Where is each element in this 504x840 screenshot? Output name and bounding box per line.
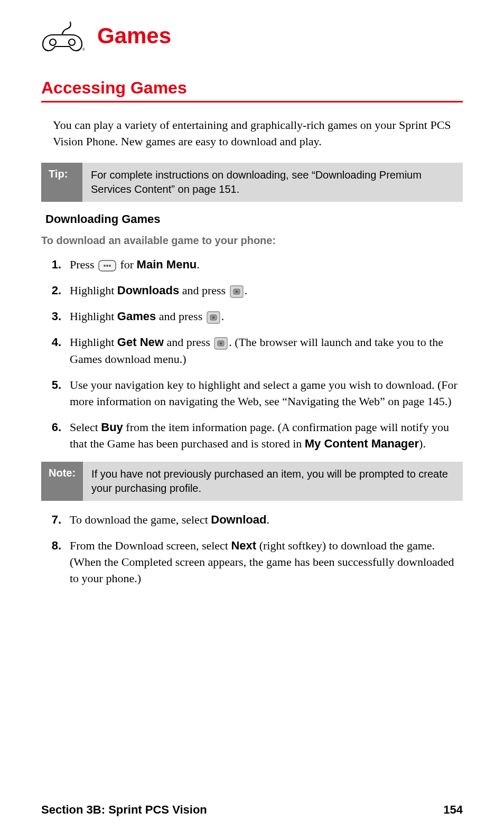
ok-key-icon — [230, 285, 244, 298]
step-body: To download the game, select Download. — [70, 511, 463, 528]
svg-point-9 — [235, 291, 237, 293]
svg-point-6 — [109, 265, 111, 267]
menu-key-icon — [98, 260, 116, 272]
step-body: Highlight Downloads and press . — [70, 282, 463, 298]
page-header: ® Games — [41, 20, 463, 52]
intro-paragraph: You can play a variety of entertaining a… — [53, 117, 463, 150]
step-number: 4. — [41, 334, 70, 367]
svg-point-0 — [50, 39, 56, 45]
step-number: 8. — [41, 537, 70, 587]
svg-point-5 — [106, 265, 108, 267]
page-footer: Section 3B: Sprint PCS Vision 154 — [41, 803, 463, 817]
step-body: Select Buy from the item information pag… — [70, 419, 463, 452]
svg-point-12 — [212, 316, 214, 319]
step-body: Use your navigation key to highlight and… — [70, 377, 463, 409]
step-body: Highlight Get New and press . (The brows… — [70, 334, 463, 367]
step-number: 3. — [41, 308, 70, 324]
section-heading: Accessing Games — [41, 78, 463, 98]
step-body: From the Download screen, select Next (r… — [70, 537, 463, 587]
ok-key-icon — [214, 337, 228, 350]
ok-key-icon — [207, 311, 220, 324]
svg-point-4 — [104, 265, 106, 267]
step-number: 1. — [41, 256, 70, 273]
tip-callout: Tip: For complete instructions on downlo… — [41, 163, 463, 202]
note-callout: Note: If you have not previously purchas… — [41, 462, 463, 501]
subheading: Downloading Games — [45, 212, 463, 226]
step-number: 2. — [41, 282, 70, 298]
footer-page-number: 154 — [443, 803, 463, 817]
step-6: 6. Select Buy from the item information … — [41, 419, 463, 452]
note-label: Note: — [41, 462, 83, 501]
lead-line: To download an available game to your ph… — [41, 235, 463, 247]
footer-section: Section 3B: Sprint PCS Vision — [41, 803, 207, 817]
step-number: 5. — [41, 377, 70, 409]
step-8: 8. From the Download screen, select Next… — [41, 537, 463, 587]
step-1: 1. Press for Main Menu. — [41, 256, 463, 273]
svg-text:®: ® — [82, 48, 85, 51]
step-body: Press for Main Menu. — [70, 256, 463, 273]
game-controller-icon: ® — [41, 20, 85, 52]
step-number: 6. — [41, 419, 70, 452]
step-number: 7. — [41, 511, 70, 528]
step-7: 7. To download the game, select Download… — [41, 511, 463, 528]
svg-point-15 — [220, 342, 222, 344]
step-body: Highlight Games and press . — [70, 308, 463, 324]
step-5: 5. Use your navigation key to highlight … — [41, 377, 463, 409]
tip-label: Tip: — [41, 163, 82, 202]
step-4: 4. Highlight Get New and press . (The br… — [41, 334, 463, 367]
steps-list: 1. Press for Main Menu. 2. Highlight Dow… — [41, 256, 463, 452]
step-3: 3. Highlight Games and press . — [41, 308, 463, 324]
page-title: Games — [97, 23, 171, 49]
note-body: If you have not previously purchased an … — [83, 462, 463, 501]
section-rule — [41, 101, 463, 102]
svg-point-1 — [69, 39, 75, 45]
steps-list-continued: 7. To download the game, select Download… — [41, 511, 463, 587]
step-2: 2. Highlight Downloads and press . — [41, 282, 463, 298]
tip-body: For complete instructions on downloading… — [82, 163, 463, 202]
